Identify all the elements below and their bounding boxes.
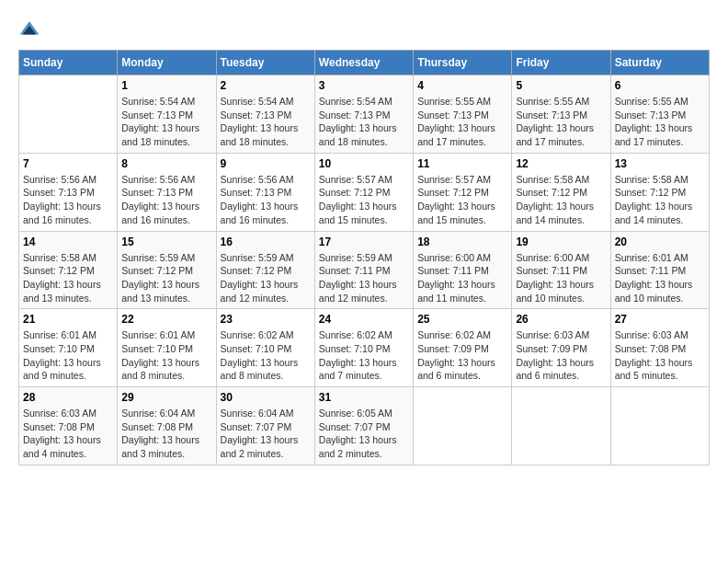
calendar-week-row: 28Sunrise: 6:03 AMSunset: 7:08 PMDayligh… xyxy=(19,387,710,465)
day-number: 16 xyxy=(221,236,311,248)
calendar-cell: 8Sunrise: 5:56 AMSunset: 7:13 PMDaylight… xyxy=(118,153,216,231)
day-info: Sunrise: 6:00 AMSunset: 7:11 PMDaylight:… xyxy=(516,251,606,305)
calendar-cell: 13Sunrise: 5:58 AMSunset: 7:12 PMDayligh… xyxy=(610,153,709,231)
calendar-cell: 11Sunrise: 5:57 AMSunset: 7:12 PMDayligh… xyxy=(414,153,512,231)
logo-icon xyxy=(18,18,40,40)
weekday-header-row: SundayMondayTuesdayWednesdayThursdayFrid… xyxy=(19,51,710,75)
weekday-header-tuesday: Tuesday xyxy=(216,51,314,75)
day-number: 6 xyxy=(615,79,705,92)
day-info: Sunrise: 6:01 AMSunset: 7:10 PMDaylight:… xyxy=(121,328,211,383)
calendar-cell: 17Sunrise: 5:59 AMSunset: 7:11 PMDayligh… xyxy=(314,231,413,309)
calendar-week-row: 21Sunrise: 6:01 AMSunset: 7:10 PMDayligh… xyxy=(19,309,710,387)
day-info: Sunrise: 6:01 AMSunset: 7:10 PMDaylight:… xyxy=(23,328,113,383)
calendar-cell xyxy=(610,387,709,465)
day-number: 8 xyxy=(121,157,211,170)
calendar-cell: 23Sunrise: 6:02 AMSunset: 7:10 PMDayligh… xyxy=(216,309,314,387)
day-number: 17 xyxy=(319,236,409,248)
day-info: Sunrise: 6:04 AMSunset: 7:07 PMDaylight:… xyxy=(221,407,311,461)
weekday-header-wednesday: Wednesday xyxy=(314,51,413,75)
day-info: Sunrise: 5:56 AMSunset: 7:13 PMDaylight:… xyxy=(221,173,311,227)
day-number: 27 xyxy=(615,313,705,326)
day-number: 30 xyxy=(221,391,311,404)
day-info: Sunrise: 5:55 AMSunset: 7:13 PMDaylight:… xyxy=(516,95,606,149)
day-info: Sunrise: 5:54 AMSunset: 7:13 PMDaylight:… xyxy=(221,95,311,149)
calendar-cell: 9Sunrise: 5:56 AMSunset: 7:13 PMDaylight… xyxy=(216,153,314,231)
day-number: 13 xyxy=(615,157,705,170)
weekday-header-thursday: Thursday xyxy=(414,51,512,75)
logo xyxy=(18,18,44,40)
day-number: 28 xyxy=(23,391,113,404)
day-number: 14 xyxy=(23,236,113,248)
day-info: Sunrise: 6:00 AMSunset: 7:11 PMDaylight:… xyxy=(417,251,507,305)
calendar-week-row: 7Sunrise: 5:56 AMSunset: 7:13 PMDaylight… xyxy=(19,153,710,231)
calendar-cell xyxy=(512,387,610,465)
calendar-cell: 21Sunrise: 6:01 AMSunset: 7:10 PMDayligh… xyxy=(19,309,118,387)
day-number: 1 xyxy=(121,79,211,92)
calendar-cell: 26Sunrise: 6:03 AMSunset: 7:09 PMDayligh… xyxy=(512,309,610,387)
day-info: Sunrise: 5:58 AMSunset: 7:12 PMDaylight:… xyxy=(516,173,606,227)
day-number: 5 xyxy=(516,79,606,92)
day-info: Sunrise: 5:59 AMSunset: 7:12 PMDaylight:… xyxy=(121,251,211,305)
calendar-cell: 10Sunrise: 5:57 AMSunset: 7:12 PMDayligh… xyxy=(314,153,413,231)
day-info: Sunrise: 6:04 AMSunset: 7:08 PMDaylight:… xyxy=(121,407,211,461)
day-info: Sunrise: 5:54 AMSunset: 7:13 PMDaylight:… xyxy=(319,95,409,149)
day-number: 2 xyxy=(221,79,311,92)
day-number: 29 xyxy=(121,391,211,404)
day-number: 12 xyxy=(516,157,606,170)
calendar-cell: 25Sunrise: 6:02 AMSunset: 7:09 PMDayligh… xyxy=(414,309,512,387)
day-info: Sunrise: 5:57 AMSunset: 7:12 PMDaylight:… xyxy=(417,173,507,227)
day-info: Sunrise: 5:56 AMSunset: 7:13 PMDaylight:… xyxy=(121,173,211,227)
calendar-cell: 27Sunrise: 6:03 AMSunset: 7:08 PMDayligh… xyxy=(610,309,709,387)
day-number: 24 xyxy=(319,313,409,326)
calendar-cell: 16Sunrise: 5:59 AMSunset: 7:12 PMDayligh… xyxy=(216,231,314,309)
day-number: 11 xyxy=(417,157,507,170)
calendar-week-row: 1Sunrise: 5:54 AMSunset: 7:13 PMDaylight… xyxy=(19,75,710,154)
day-info: Sunrise: 6:03 AMSunset: 7:09 PMDaylight:… xyxy=(516,328,606,383)
day-info: Sunrise: 5:56 AMSunset: 7:13 PMDaylight:… xyxy=(23,173,113,227)
day-number: 31 xyxy=(319,391,409,404)
calendar-cell: 7Sunrise: 5:56 AMSunset: 7:13 PMDaylight… xyxy=(19,153,118,231)
day-info: Sunrise: 5:58 AMSunset: 7:12 PMDaylight:… xyxy=(615,173,705,227)
calendar-week-row: 14Sunrise: 5:58 AMSunset: 7:12 PMDayligh… xyxy=(19,231,710,309)
day-number: 4 xyxy=(417,79,507,92)
calendar-cell: 24Sunrise: 6:02 AMSunset: 7:10 PMDayligh… xyxy=(314,309,413,387)
calendar-cell: 2Sunrise: 5:54 AMSunset: 7:13 PMDaylight… xyxy=(216,75,314,154)
calendar-cell: 19Sunrise: 6:00 AMSunset: 7:11 PMDayligh… xyxy=(512,231,610,309)
day-number: 19 xyxy=(516,236,606,248)
day-info: Sunrise: 6:05 AMSunset: 7:07 PMDaylight:… xyxy=(319,407,409,461)
day-info: Sunrise: 6:01 AMSunset: 7:11 PMDaylight:… xyxy=(615,251,705,305)
calendar-cell: 6Sunrise: 5:55 AMSunset: 7:13 PMDaylight… xyxy=(610,75,709,154)
day-info: Sunrise: 5:58 AMSunset: 7:12 PMDaylight:… xyxy=(23,251,113,305)
page-header xyxy=(18,18,710,40)
day-number: 21 xyxy=(23,313,113,326)
day-number: 26 xyxy=(516,313,606,326)
day-info: Sunrise: 6:02 AMSunset: 7:10 PMDaylight:… xyxy=(319,328,409,383)
calendar-cell: 30Sunrise: 6:04 AMSunset: 7:07 PMDayligh… xyxy=(216,387,314,465)
day-number: 15 xyxy=(121,236,211,248)
weekday-header-sunday: Sunday xyxy=(19,51,118,75)
day-info: Sunrise: 5:59 AMSunset: 7:12 PMDaylight:… xyxy=(221,251,311,305)
day-info: Sunrise: 5:55 AMSunset: 7:13 PMDaylight:… xyxy=(615,95,705,149)
calendar-cell: 31Sunrise: 6:05 AMSunset: 7:07 PMDayligh… xyxy=(314,387,413,465)
calendar-cell: 29Sunrise: 6:04 AMSunset: 7:08 PMDayligh… xyxy=(118,387,216,465)
calendar-table: SundayMondayTuesdayWednesdayThursdayFrid… xyxy=(18,50,710,465)
calendar-cell xyxy=(19,75,118,154)
calendar-cell xyxy=(414,387,512,465)
day-number: 23 xyxy=(221,313,311,326)
day-number: 7 xyxy=(23,157,113,170)
day-number: 25 xyxy=(417,313,507,326)
day-number: 20 xyxy=(615,236,705,248)
day-info: Sunrise: 5:57 AMSunset: 7:12 PMDaylight:… xyxy=(319,173,409,227)
calendar-cell: 18Sunrise: 6:00 AMSunset: 7:11 PMDayligh… xyxy=(414,231,512,309)
day-number: 9 xyxy=(221,157,311,170)
day-info: Sunrise: 6:02 AMSunset: 7:09 PMDaylight:… xyxy=(417,328,507,383)
calendar-cell: 20Sunrise: 6:01 AMSunset: 7:11 PMDayligh… xyxy=(610,231,709,309)
day-info: Sunrise: 5:55 AMSunset: 7:13 PMDaylight:… xyxy=(417,95,507,149)
weekday-header-monday: Monday xyxy=(118,51,216,75)
weekday-header-friday: Friday xyxy=(512,51,610,75)
calendar-cell: 22Sunrise: 6:01 AMSunset: 7:10 PMDayligh… xyxy=(118,309,216,387)
calendar-cell: 15Sunrise: 5:59 AMSunset: 7:12 PMDayligh… xyxy=(118,231,216,309)
day-number: 3 xyxy=(319,79,409,92)
weekday-header-saturday: Saturday xyxy=(610,51,709,75)
day-info: Sunrise: 6:03 AMSunset: 7:08 PMDaylight:… xyxy=(615,328,705,383)
